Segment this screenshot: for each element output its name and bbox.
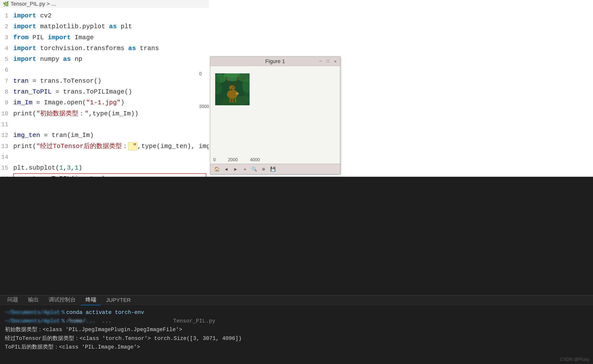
code-editor[interactable]: 1 import cv2 2 import matplotlib.pyplot … <box>0 8 209 177</box>
figure-titlebar: Figure 1 ─ □ ✕ <box>210 57 340 66</box>
pan-icon[interactable]: ✛ <box>241 165 249 173</box>
file-icon: 🌿 <box>3 1 9 7</box>
terminal-line-4: 经过ToTensor后的数据类型：<class 'torch.Tensor'> … <box>5 334 588 343</box>
terminal-path-2: ~/Documents/Aplot <box>5 317 60 325</box>
code-line-9: 9 im_Im = Image.open("1-1.jpg") <box>0 97 209 108</box>
panel-tabs: 问题 输出 调试控制台 终端 JUPYTER <box>0 296 593 305</box>
figure-window: Figure 1 ─ □ ✕ 0 2000 <box>210 56 340 174</box>
zoom-icon[interactable]: 🔍 <box>251 165 258 173</box>
tab-debug-console[interactable]: 调试控制台 <box>44 295 80 305</box>
terminal-cmd-1: conda activate torch-env <box>66 308 144 317</box>
code-line-12: 12 img_ten = tran(im_Im) <box>0 130 209 141</box>
bottom-panel: 问题 输出 调试控制台 终端 JUPYTER ~/Documents/Aplot… <box>0 295 593 364</box>
code-line-14: 14 <box>0 152 209 162</box>
highlighted-block: 16 mm = tran_ToPIL(img_ten) 17 print("To… <box>0 173 209 177</box>
code-lines: 1 import cv2 2 import matplotlib.pyplot … <box>0 8 209 177</box>
tab-problems[interactable]: 问题 <box>3 295 23 305</box>
terminal-path-1: ~/Documents/Aplot <box>5 308 60 317</box>
figure-content: 0 2000 <box>210 66 340 164</box>
breadcrumb-text: Tensor_PIL.py > ... <box>11 1 56 7</box>
code-line-6: 6 <box>0 65 209 75</box>
figure-title: Figure 1 <box>265 58 285 65</box>
svg-rect-27 <box>235 98 236 103</box>
watermark: CSDN @Plusy <box>560 357 589 362</box>
save-icon[interactable]: 💾 <box>269 165 277 173</box>
tab-output[interactable]: 输出 <box>24 295 43 305</box>
svg-rect-26 <box>232 98 234 103</box>
code-line-2: 2 import matplotlib.pyplot as plt <box>0 21 209 32</box>
x-axis-labels: 0 2000 4000 <box>213 157 340 162</box>
x-label-4000: 4000 <box>250 157 260 162</box>
terminal-prompt-2: % <box>61 317 65 325</box>
code-line-8: 8 tran_ToPIL = trans.ToPILImage() <box>0 86 209 97</box>
y-axis-label-0: 0 <box>199 71 202 77</box>
code-line-5: 5 import numpy as np <box>0 54 209 65</box>
terminal-output-1: 初始数据类型：<class 'PIL.JpegImagePlugin.JpegI… <box>5 325 182 334</box>
x-label-0: 0 <box>213 157 216 162</box>
code-line-4: 4 import torchvision.transforms as trans <box>0 43 209 54</box>
code-line-3: 3 from PIL import Image <box>0 32 209 43</box>
settings-icon[interactable]: ⚙ <box>260 165 267 173</box>
svg-point-13 <box>233 87 234 87</box>
figure-minimize-button[interactable]: ─ <box>318 59 323 64</box>
code-line-10: 10 print("初始数据类型：",type(im_Im)) <box>0 108 209 119</box>
code-line-13: 13 print("经过ToTensor后的数据类型： ",type(img_t… <box>0 141 209 152</box>
tab-jupyter[interactable]: JUPYTER <box>102 296 135 305</box>
terminal-line-5: ToPIL后的数据类型：<class 'PIL.Image.Image'> <box>5 343 588 351</box>
x-label-2000: 2000 <box>228 157 238 162</box>
terminal-line-1: ~/Documents/Aplot % conda activate torch… <box>5 308 588 317</box>
back-icon[interactable]: ◀ <box>223 165 230 173</box>
deer-image <box>215 73 250 105</box>
figure-close-button[interactable]: ✕ <box>333 59 338 64</box>
code-line-7: 7 tran = trans.ToTensor() <box>0 76 209 86</box>
terminal-line-3: 初始数据类型：<class 'PIL.JpegImagePlugin.JpegI… <box>5 325 588 334</box>
terminal-output-3: ToPIL后的数据类型：<class 'PIL.Image.Image'> <box>5 343 140 351</box>
terminal-dots: ... Tensor_PIL.py <box>102 317 215 325</box>
tab-terminal[interactable]: 终端 <box>81 295 101 305</box>
svg-point-14 <box>231 89 232 90</box>
terminal-line-2: ~/Documents/Aplot % /home/... ... Tensor… <box>5 317 588 325</box>
figure-controls: ─ □ ✕ <box>318 59 338 64</box>
code-line-16: 16 mm = tran_ToPIL(img_ten) <box>0 173 209 177</box>
svg-point-11 <box>230 88 233 91</box>
forward-icon[interactable]: ▶ <box>232 165 239 173</box>
breadcrumb: 🌿 Tensor_PIL.py > ... <box>0 0 209 8</box>
svg-rect-25 <box>229 98 231 103</box>
svg-point-28 <box>236 92 239 95</box>
terminal-content: ~/Documents/Aplot % conda activate torch… <box>0 305 593 354</box>
y-axis-label-2000: 2000 <box>199 104 209 109</box>
home-icon[interactable]: 🏠 <box>213 165 221 173</box>
code-line-15: 15 plt.subplot(1,3,1) <box>0 162 209 173</box>
terminal-output-2: 经过ToTensor后的数据类型：<class 'torch.Tensor'> … <box>5 334 242 343</box>
code-line-1: 1 import cv2 <box>0 10 209 21</box>
figure-maximize-button[interactable]: □ <box>325 59 331 64</box>
code-line-11: 11 <box>0 119 209 130</box>
figure-toolbar: 🏠 ◀ ▶ ✛ 🔍 ⚙ 💾 <box>210 164 340 174</box>
terminal-cmd-2: /home/... <box>66 317 96 325</box>
terminal-prompt-1: % <box>61 308 65 317</box>
